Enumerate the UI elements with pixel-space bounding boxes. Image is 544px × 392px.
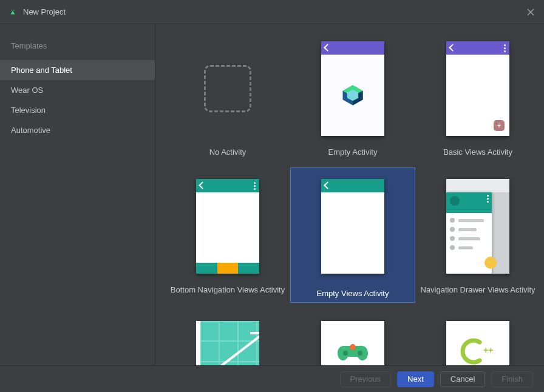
android-studio-icon xyxy=(8,8,17,16)
sidebar-item-wear-os[interactable]: Wear OS xyxy=(0,80,155,100)
template-label: Basic Views Activity xyxy=(415,143,540,161)
cancel-button[interactable]: Cancel xyxy=(440,371,485,387)
cpp-icon: ++ xyxy=(446,321,509,365)
gamepad-icon xyxy=(321,321,384,365)
template-responsive[interactable] xyxy=(165,321,290,365)
back-arrow-icon xyxy=(325,45,331,51)
template-basic-views[interactable]: + Basic Views Activity xyxy=(415,41,540,161)
template-thumb: ++ xyxy=(446,321,509,365)
appbar-icon xyxy=(321,41,384,55)
sidebar-item-label: Wear OS xyxy=(11,86,43,95)
drawer-panel-icon xyxy=(446,192,492,274)
next-button[interactable]: Next xyxy=(397,371,434,387)
svg-point-6 xyxy=(343,351,348,356)
overflow-icon xyxy=(254,182,256,190)
template-thumb xyxy=(196,321,259,365)
svg-point-7 xyxy=(358,351,362,356)
template-label: Bottom Navigation Views Activity xyxy=(165,281,290,299)
back-arrow-icon xyxy=(325,183,331,189)
previous-button: Previous xyxy=(340,371,392,387)
sidebar-item-label: Television xyxy=(11,106,46,115)
template-thumb xyxy=(321,41,384,136)
svg-point-8 xyxy=(350,344,356,350)
template-thumb xyxy=(446,179,509,274)
template-thumb xyxy=(321,321,384,365)
close-icon[interactable] xyxy=(526,7,536,17)
template-empty-views[interactable]: Empty Views Activity xyxy=(290,167,415,303)
template-gallery: No Activity Empt xyxy=(155,24,544,365)
template-label: Empty Activity xyxy=(290,143,415,161)
template-label: No Activity xyxy=(165,143,290,161)
fab-icon xyxy=(484,257,497,269)
template-thumb xyxy=(196,179,259,274)
bottom-nav-icon xyxy=(196,263,259,274)
finish-button: Finish xyxy=(491,371,533,387)
sidebar-item-television[interactable]: Television xyxy=(0,100,155,120)
template-label: Empty Views Activity xyxy=(291,285,415,302)
footer: Previous Next Cancel Finish xyxy=(0,365,544,392)
dashed-placeholder-icon xyxy=(204,65,251,112)
titlebar: New Project xyxy=(0,0,544,24)
template-nav-drawer[interactable]: Navigation Drawer Views Activity xyxy=(415,179,540,303)
template-native-cpp[interactable]: ++ xyxy=(415,321,540,365)
back-arrow-icon xyxy=(200,183,206,189)
template-thumb xyxy=(321,179,384,274)
template-label: Navigation Drawer Views Activity xyxy=(415,281,540,299)
template-empty-activity[interactable]: Empty Activity xyxy=(290,41,415,161)
sidebar: Templates Phone and Tablet Wear OS Telev… xyxy=(0,24,155,365)
template-bottom-nav[interactable]: Bottom Navigation Views Activity xyxy=(165,179,290,303)
svg-text:++: ++ xyxy=(483,345,493,355)
fab-icon: + xyxy=(494,120,505,131)
sidebar-item-label: Phone and Tablet xyxy=(11,66,72,75)
resize-arrow-icon xyxy=(206,329,259,365)
overflow-icon xyxy=(504,44,506,52)
template-thumb xyxy=(196,41,259,136)
template-no-activity[interactable]: No Activity xyxy=(165,41,290,161)
template-game[interactable] xyxy=(290,321,415,365)
responsive-layout-icon xyxy=(196,321,259,365)
appbar-icon xyxy=(196,179,259,192)
sidebar-item-phone-tablet[interactable]: Phone and Tablet xyxy=(0,60,155,80)
appbar-icon xyxy=(446,41,509,55)
svg-point-1 xyxy=(13,9,15,10)
template-thumb: + xyxy=(446,41,509,136)
appbar-icon xyxy=(321,179,384,192)
sidebar-item-automotive[interactable]: Automotive xyxy=(0,120,155,140)
window-title: New Project xyxy=(23,7,526,16)
main: Templates Phone and Tablet Wear OS Telev… xyxy=(0,24,544,365)
sidebar-item-label: Automotive xyxy=(11,126,50,135)
sidebar-heading: Templates xyxy=(0,35,155,60)
back-arrow-icon xyxy=(450,45,456,51)
overflow-icon xyxy=(487,195,489,203)
compose-logo-icon xyxy=(321,55,384,136)
svg-point-0 xyxy=(11,9,12,10)
